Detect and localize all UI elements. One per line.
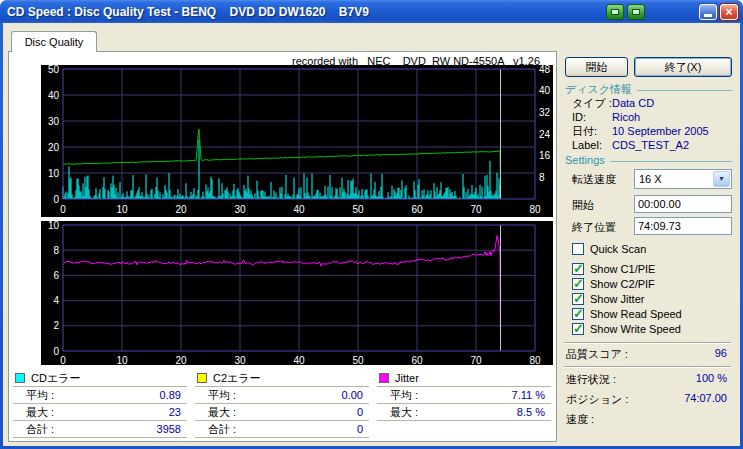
disc-info-header: ディスク情報 <box>565 82 732 97</box>
stat-row: 合計 :3958 <box>13 421 187 438</box>
checkbox-box[interactable] <box>572 243 584 255</box>
svg-text:20: 20 <box>175 204 187 215</box>
status-label: 速度 : <box>566 413 594 425</box>
checkbox-box[interactable] <box>572 308 584 320</box>
svg-text:4: 4 <box>53 295 59 306</box>
status-label: 進行状況 : <box>566 373 616 385</box>
svg-text:80: 80 <box>529 204 541 215</box>
svg-text:10: 10 <box>116 355 128 365</box>
titlebar-green-icon-2[interactable] <box>627 4 645 20</box>
stat-value: 23 <box>169 404 181 420</box>
svg-text:0: 0 <box>60 355 66 365</box>
tab-disc-quality[interactable]: Disc Quality <box>11 31 97 52</box>
header-rule <box>610 161 732 162</box>
svg-text:40: 40 <box>293 355 305 365</box>
settings-header-label: Settings <box>565 154 605 166</box>
quality-score-value: 96 <box>715 347 727 359</box>
svg-text:50: 50 <box>352 204 364 215</box>
checkbox-box[interactable] <box>572 263 584 275</box>
status-label: ポジション : <box>566 393 628 405</box>
disc-info-value: 10 September 2005 <box>612 125 709 137</box>
titlebar-green-icon-1[interactable] <box>606 4 624 20</box>
jitter-chart: 024681001020304050607080 <box>41 221 553 365</box>
svg-text:10: 10 <box>48 168 60 179</box>
end-position-input[interactable] <box>634 217 732 235</box>
start-button[interactable]: 開始 <box>565 57 628 77</box>
stat-value: 0 <box>357 421 363 437</box>
checkbox-quick-scan[interactable]: Quick Scan <box>572 241 732 256</box>
stat-group-header: CDエラー <box>13 370 187 387</box>
disc-info: タイプ :Data CDID:Ricoh日付:10 September 2005… <box>572 96 732 152</box>
separator <box>564 366 731 368</box>
svg-text:16: 16 <box>539 150 551 161</box>
stat-group: CDエラー平均 :0.89最大 :23合計 :3958 <box>13 370 187 438</box>
disc-info-label: タイプ : <box>572 96 612 110</box>
stat-label: 平均 : <box>26 389 54 401</box>
checkbox-box[interactable] <box>572 293 584 305</box>
disc-info-header-label: ディスク情報 <box>565 82 632 97</box>
svg-text:40: 40 <box>293 204 305 215</box>
stat-group-header: Jitter <box>377 370 551 387</box>
svg-text:8: 8 <box>53 245 59 256</box>
statistics: CDエラー平均 :0.89最大 :23合計 :3958C2エラー平均 :0.00… <box>13 370 551 438</box>
checkbox-show-write-speed[interactable]: Show Write Speed <box>572 321 732 336</box>
svg-text:40: 40 <box>539 85 551 96</box>
svg-text:0: 0 <box>53 194 59 205</box>
svg-text:0: 0 <box>60 204 66 215</box>
quality-score-row: 品質スコア : 96 <box>566 347 727 363</box>
checkbox-label: Show Write Speed <box>590 323 681 335</box>
checkbox-show-c2-pif[interactable]: Show C2/PIF <box>572 276 732 291</box>
stat-value: 0.00 <box>342 387 363 403</box>
disc-info-label: Label: <box>572 138 612 152</box>
speed-combobox[interactable]: 16 X ▼ <box>634 169 732 189</box>
svg-text:50: 50 <box>48 65 60 75</box>
status-rows: 進行状況 :100 %ポジション :74:07.00速度 : <box>566 372 727 432</box>
disc-info-row: 日付:10 September 2005 <box>572 124 732 138</box>
chevron-down-icon[interactable]: ▼ <box>713 171 730 187</box>
legend-swatch <box>379 373 389 383</box>
svg-text:6: 6 <box>53 270 59 281</box>
checkbox-show-read-speed[interactable]: Show Read Speed <box>572 306 732 321</box>
disc-info-row: タイプ :Data CD <box>572 96 732 110</box>
svg-text:10: 10 <box>116 204 128 215</box>
svg-text:60: 60 <box>411 204 423 215</box>
disc-info-label: 日付: <box>572 124 612 138</box>
start-position-input[interactable] <box>634 195 732 213</box>
svg-text:80: 80 <box>529 355 541 365</box>
close-button[interactable]: × <box>720 4 738 20</box>
disc-info-value: Ricoh <box>612 111 640 123</box>
disc-quality-page: recorded with _NEC DVD_RW ND-4550A v1.26… <box>8 51 557 442</box>
quality-chart: 010203040508162432404801020304050607080 <box>41 65 553 217</box>
stat-row: 最大 :0 <box>195 404 369 421</box>
minimize-button[interactable] <box>699 4 717 20</box>
legend-swatch <box>15 373 25 383</box>
disc-glyph <box>611 9 619 15</box>
checkbox-label: Show C1/PIE <box>590 263 655 275</box>
stat-value: 3958 <box>157 421 181 437</box>
checkbox-show-jitter[interactable]: Show Jitter <box>572 291 732 306</box>
exit-button[interactable]: 終了(X) <box>634 57 732 77</box>
stat-label: 平均 : <box>390 389 418 401</box>
disc-info-label: ID: <box>572 110 612 124</box>
checkbox-show-c1-pie[interactable]: Show C1/PIE <box>572 261 732 276</box>
start-position-label: 開始 <box>572 198 594 213</box>
stat-label: 最大 : <box>390 406 418 418</box>
titlebar[interactable]: CD Speed : Disc Quality Test - BENQ DVD … <box>0 0 743 23</box>
checkbox-label: Show Jitter <box>590 293 644 305</box>
checkbox-box[interactable] <box>572 323 584 335</box>
disc-info-value: Data CD <box>612 97 654 109</box>
stat-value: 8.5 % <box>517 404 545 420</box>
checkbox-box[interactable] <box>572 278 584 290</box>
stat-label: 合計 : <box>208 423 236 435</box>
stat-row: 平均 :0.00 <box>195 387 369 404</box>
stat-label: 最大 : <box>208 406 236 418</box>
client-area: Disc Quality recorded with _NEC DVD_RW N… <box>3 23 740 446</box>
control-panel: 開始 終了(X) ディスク情報 タイプ :Data CDID:Ricoh日付:1… <box>560 51 735 444</box>
speed-label: 転送速度 <box>572 172 616 187</box>
stat-value: 7.11 % <box>512 387 545 403</box>
svg-text:70: 70 <box>470 355 482 365</box>
svg-text:30: 30 <box>234 204 246 215</box>
disc-info-row: ID:Ricoh <box>572 110 732 124</box>
checkbox-label: Quick Scan <box>590 243 646 255</box>
disc-info-row: Label:CDS_TEST_A2 <box>572 138 732 152</box>
